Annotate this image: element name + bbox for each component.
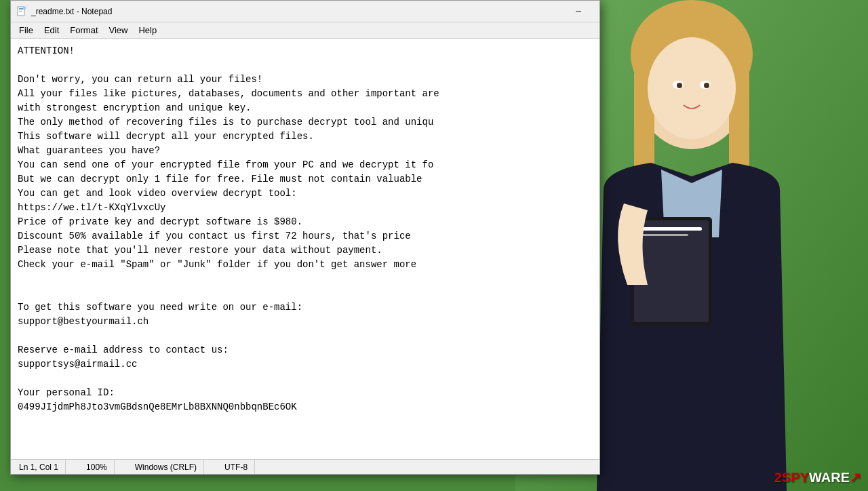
menu-view[interactable]: View [104, 24, 134, 37]
menu-bar: File Edit Format View Help [11, 22, 599, 39]
minimize-button[interactable]: − [563, 1, 594, 22]
svg-point-14 [704, 83, 709, 88]
window-controls: − [563, 1, 594, 22]
title-bar: _readme.txt - Notepad − [11, 1, 599, 22]
svg-rect-19 [23, 7, 26, 9]
logo-ware: WARE [809, 470, 850, 485]
zoom-level: 100% [79, 460, 115, 474]
svg-rect-18 [19, 11, 22, 12]
cursor-position: Ln 1, Col 1 [16, 460, 66, 474]
svg-rect-10 [641, 234, 688, 236]
svg-point-6 [648, 37, 736, 139]
text-content[interactable]: ATTENTION! Don't worry, you can return a… [11, 39, 599, 459]
svg-rect-9 [641, 227, 702, 231]
window-title: _readme.txt - Notepad [31, 7, 563, 16]
logo-2spy: 2SPY [774, 470, 809, 485]
svg-point-13 [677, 83, 682, 88]
notepad-icon [16, 6, 27, 17]
menu-edit[interactable]: Edit [39, 24, 64, 37]
notepad-window: _readme.txt - Notepad − File Edit Format… [10, 0, 600, 475]
menu-format[interactable]: Format [64, 24, 103, 37]
encoding: UTF-8 [218, 460, 255, 474]
status-bar: Ln 1, Col 1 100% Windows (CRLF) UTF-8 [11, 459, 599, 474]
svg-rect-16 [19, 8, 23, 9]
line-ending: Windows (CRLF) [128, 460, 204, 474]
spyware-branding: 2SPYWARE↗ [774, 469, 861, 486]
menu-help[interactable]: Help [133, 24, 162, 37]
menu-file[interactable]: File [14, 24, 39, 37]
svg-rect-17 [19, 9, 23, 10]
logo-arrow: ↗ [850, 470, 861, 485]
